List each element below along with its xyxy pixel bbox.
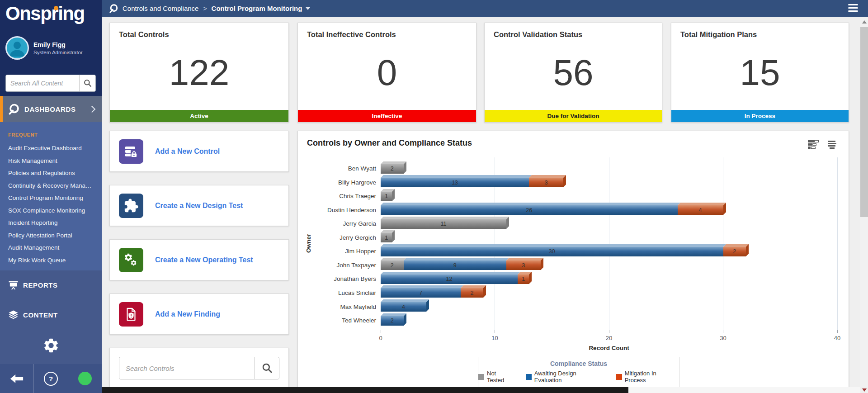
- logo-dot-accent: [54, 6, 58, 10]
- bar-segment-blue[interactable]: 2: [381, 316, 404, 326]
- bar-segment-gray[interactable]: 11: [381, 219, 506, 229]
- dashboards-icon: [8, 103, 20, 115]
- frequent-heading: FREQUENT: [8, 132, 38, 137]
- kpi-card[interactable]: Total Ineffective Controls0Ineffective: [297, 23, 476, 123]
- status-button[interactable]: [68, 364, 102, 393]
- quick-action-label[interactable]: Add a New Control: [155, 147, 220, 156]
- quick-action-label[interactable]: Create a New Design Test: [155, 202, 243, 210]
- sidebar-item-reports[interactable]: REPORTS: [0, 275, 102, 295]
- bar-segment-gray[interactable]: 1: [381, 192, 392, 201]
- kpi-title: Total Mitigation Plans: [671, 23, 849, 39]
- kpi-card[interactable]: Total Mitigation Plans15In Process: [671, 23, 849, 123]
- menu-icon[interactable]: [848, 4, 858, 14]
- controls-search-button[interactable]: [255, 357, 279, 379]
- bar-segment-gray[interactable]: 2: [381, 164, 404, 174]
- axis-tick: [381, 330, 381, 333]
- sidebar-item-policies-and-regulations[interactable]: Policies and Regulations: [0, 167, 102, 180]
- back-button[interactable]: [0, 364, 33, 393]
- logo-text: Onspring: [5, 3, 85, 24]
- chart-type-icon[interactable]: [808, 140, 820, 150]
- kpi-value: 0: [298, 50, 476, 95]
- scroll-down-icon[interactable]: [862, 388, 867, 392]
- legend-label: Mitigation In Process: [625, 370, 679, 384]
- settings-row: [0, 337, 102, 356]
- bar-segment-red[interactable]: 1: [518, 275, 529, 284]
- vertical-scrollbar-thumb[interactable]: [860, 27, 868, 217]
- sidebar-item-audit-executive-dashboard[interactable]: Audit Executive Dashboard: [0, 142, 102, 155]
- quick-action-card[interactable]: Add a New Finding: [109, 294, 289, 335]
- sidebar-item-dashboards[interactable]: DASHBOARDS: [0, 96, 102, 122]
- controls-search-input[interactable]: [119, 357, 255, 379]
- app-window: Onspring Emily Figg System Administrator: [0, 0, 868, 393]
- puzzle-icon: [119, 194, 143, 218]
- breadcrumb-app[interactable]: Controls and Compliance: [123, 5, 198, 12]
- sidebar-item-control-program-monitoring[interactable]: Control Program Monitoring: [0, 192, 102, 204]
- bar-row: 1: [381, 233, 392, 242]
- scroll-up-icon[interactable]: [862, 20, 867, 24]
- chart-title: Controls by Owner and Compliance Status: [307, 138, 472, 148]
- quick-action-label[interactable]: Create a New Operating Test: [155, 256, 253, 264]
- legend-item: Not Tested: [478, 370, 515, 384]
- bar-segment-red[interactable]: 3: [506, 260, 541, 270]
- user-role: System Administrator: [33, 50, 83, 55]
- sidebar-item-sox-compliance-monitoring[interactable]: SOX Compliance Monitoring: [0, 204, 102, 217]
- content-label: CONTENT: [23, 311, 58, 319]
- breadcrumb-current-page[interactable]: Control Program Monitoring: [212, 5, 302, 12]
- bar-row: 121: [381, 275, 529, 284]
- category-label: Max Mayfield: [298, 303, 376, 311]
- horizontal-scrollbar[interactable]: [102, 387, 860, 393]
- user-profile[interactable]: Emily Figg System Administrator: [5, 36, 83, 60]
- axis-tick: [495, 330, 495, 333]
- sidebar-item-audit-management[interactable]: Audit Management: [0, 241, 102, 254]
- search-icon: [83, 79, 92, 88]
- bar-segment-blue[interactable]: 13: [381, 178, 529, 187]
- bar-segment-red[interactable]: 3: [529, 178, 563, 187]
- bar-segment-blue[interactable]: 26: [381, 205, 678, 215]
- kpi-title: Total Controls: [110, 23, 288, 39]
- sidebar-item-content[interactable]: CONTENT: [0, 305, 102, 325]
- quick-action-card[interactable]: Create a New Operating Test: [109, 239, 289, 280]
- chart-menu-icon[interactable]: [827, 141, 837, 150]
- sidebar-item-policy-attestation-portal[interactable]: Policy Attestation Portal: [0, 229, 102, 242]
- vertical-scrollbar[interactable]: [860, 17, 868, 387]
- bar-segment-gray[interactable]: 1: [381, 233, 392, 242]
- bar-row: 4: [381, 302, 426, 312]
- legend-label: Awaiting Design Evaluation: [534, 370, 605, 384]
- horizontal-scrollbar-thumb[interactable]: [102, 387, 628, 393]
- search-icon: [261, 362, 273, 374]
- quick-action-label[interactable]: Add a New Finding: [155, 310, 220, 318]
- quick-action-card[interactable]: Add a New Control: [109, 131, 289, 172]
- kpi-card[interactable]: Control Validation Status56Due for Valid…: [484, 23, 662, 123]
- category-label: Jim Hopper: [298, 247, 376, 256]
- search-controls-card: [109, 348, 289, 388]
- bar-segment-blue[interactable]: 12: [381, 275, 518, 284]
- bar-row: 302: [381, 247, 746, 256]
- bar-segment-blue[interactable]: 4: [381, 302, 426, 312]
- sidebar-item-my-risk-work-queue[interactable]: My Risk Work Queue: [0, 254, 102, 267]
- chevron-down-icon[interactable]: [306, 7, 310, 10]
- category-label: Jerry Garcia: [298, 220, 376, 228]
- quick-action-card[interactable]: Create a New Design Test: [109, 185, 289, 226]
- onspring-logo[interactable]: Onspring: [0, 0, 102, 30]
- bar-segment-red[interactable]: 2: [461, 288, 484, 298]
- legend-swatch: [526, 374, 532, 380]
- kpi-value: 56: [485, 50, 662, 95]
- bar-segment-blue[interactable]: 9: [404, 260, 506, 270]
- global-search-button[interactable]: [79, 75, 95, 91]
- help-button[interactable]: ?: [33, 364, 67, 393]
- bar-segment-gray[interactable]: 2: [381, 260, 404, 270]
- settings-gear-icon[interactable]: [42, 337, 60, 354]
- back-arrow-icon: [9, 374, 24, 384]
- bar-segment-blue[interactable]: 7: [381, 288, 461, 298]
- kpi-value: 15: [671, 50, 849, 95]
- bar-segment-red[interactable]: 4: [678, 205, 723, 215]
- sidebar-item-incident-reporting[interactable]: Incident Reporting: [0, 217, 102, 229]
- kpi-card[interactable]: Total Controls122Active: [109, 23, 289, 123]
- axis-tick-label: 10: [486, 335, 504, 341]
- bar-segment-red[interactable]: 2: [723, 247, 746, 256]
- sidebar-item-risk-management[interactable]: Risk Management: [0, 155, 102, 167]
- bar-segment-blue[interactable]: 30: [381, 247, 723, 256]
- sidebar-item-continuity-recovery-manag-[interactable]: Continuity & Recovery Manag...: [0, 180, 102, 192]
- user-name: Emily Figg: [33, 41, 83, 48]
- global-search-input[interactable]: [6, 75, 79, 91]
